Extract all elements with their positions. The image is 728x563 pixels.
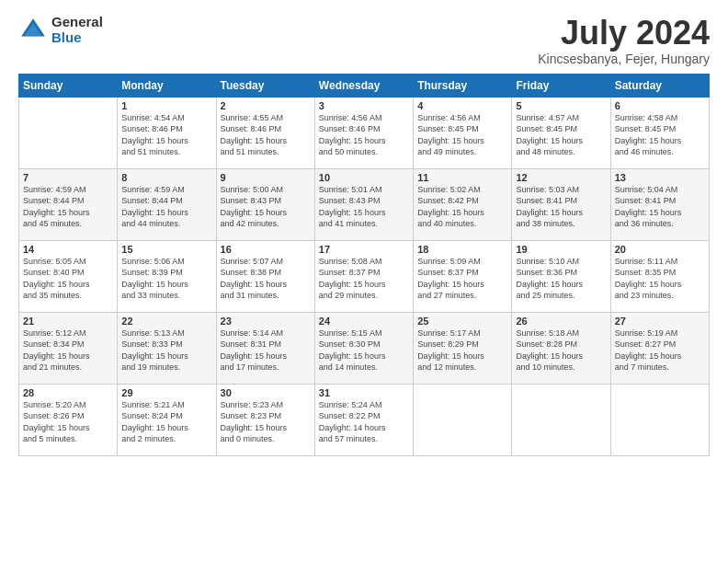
main-title: July 2024 (538, 15, 710, 52)
day-number: 16 (221, 244, 311, 255)
col-header-saturday: Saturday (610, 74, 709, 97)
day-info: Sunrise: 5:03 AM Sunset: 8:41 PM Dayligh… (516, 184, 606, 230)
day-number: 13 (615, 172, 705, 183)
calendar-cell (610, 384, 709, 455)
calendar-cell (512, 384, 610, 455)
day-info: Sunrise: 5:07 AM Sunset: 8:38 PM Dayligh… (221, 256, 311, 302)
day-info: Sunrise: 5:08 AM Sunset: 8:37 PM Dayligh… (319, 256, 409, 302)
calendar-week-row: 1Sunrise: 4:54 AM Sunset: 8:46 PM Daylig… (19, 97, 710, 168)
day-info: Sunrise: 5:12 AM Sunset: 8:34 PM Dayligh… (23, 327, 113, 373)
logo-text: General Blue (51, 15, 103, 45)
day-info: Sunrise: 5:19 AM Sunset: 8:27 PM Dayligh… (615, 327, 705, 373)
calendar-cell: 5Sunrise: 4:57 AM Sunset: 8:45 PM Daylig… (512, 97, 610, 168)
day-number: 24 (319, 316, 409, 327)
day-number: 29 (121, 387, 211, 398)
day-number: 22 (121, 316, 211, 327)
day-number: 12 (516, 172, 606, 183)
calendar-cell: 26Sunrise: 5:18 AM Sunset: 8:28 PM Dayli… (512, 312, 610, 384)
calendar-cell: 22Sunrise: 5:13 AM Sunset: 8:33 PM Dayli… (118, 312, 216, 384)
day-info: Sunrise: 5:05 AM Sunset: 8:40 PM Dayligh… (23, 256, 113, 302)
day-info: Sunrise: 5:00 AM Sunset: 8:43 PM Dayligh… (221, 184, 311, 230)
calendar-cell: 16Sunrise: 5:07 AM Sunset: 8:38 PM Dayli… (216, 240, 314, 312)
calendar-cell: 27Sunrise: 5:19 AM Sunset: 8:27 PM Dayli… (610, 312, 709, 384)
day-info: Sunrise: 5:06 AM Sunset: 8:39 PM Dayligh… (121, 256, 211, 302)
day-number: 2 (221, 100, 311, 111)
calendar-cell: 29Sunrise: 5:21 AM Sunset: 8:24 PM Dayli… (118, 384, 216, 455)
calendar-cell: 11Sunrise: 5:02 AM Sunset: 8:42 PM Dayli… (414, 168, 512, 240)
day-info: Sunrise: 4:58 AM Sunset: 8:45 PM Dayligh… (615, 112, 705, 158)
calendar-cell (19, 97, 118, 168)
calendar-cell: 28Sunrise: 5:20 AM Sunset: 8:26 PM Dayli… (19, 384, 118, 455)
day-number: 19 (516, 244, 606, 255)
col-header-monday: Monday (118, 74, 216, 97)
day-info: Sunrise: 5:02 AM Sunset: 8:42 PM Dayligh… (417, 184, 507, 230)
day-number: 6 (615, 100, 705, 111)
day-number: 25 (417, 316, 507, 327)
day-info: Sunrise: 4:56 AM Sunset: 8:46 PM Dayligh… (319, 112, 409, 158)
col-header-tuesday: Tuesday (216, 74, 314, 97)
day-number: 15 (121, 244, 211, 255)
day-number: 27 (615, 316, 705, 327)
day-number: 9 (221, 172, 311, 183)
calendar-cell: 25Sunrise: 5:17 AM Sunset: 8:29 PM Dayli… (414, 312, 512, 384)
day-info: Sunrise: 5:01 AM Sunset: 8:43 PM Dayligh… (319, 184, 409, 230)
calendar-cell: 15Sunrise: 5:06 AM Sunset: 8:39 PM Dayli… (118, 240, 216, 312)
day-number: 31 (319, 387, 409, 398)
day-number: 11 (417, 172, 507, 183)
calendar-cell: 24Sunrise: 5:15 AM Sunset: 8:30 PM Dayli… (314, 312, 413, 384)
calendar-cell: 20Sunrise: 5:11 AM Sunset: 8:35 PM Dayli… (610, 240, 709, 312)
calendar-table: SundayMondayTuesdayWednesdayThursdayFrid… (18, 74, 710, 456)
day-number: 23 (221, 316, 311, 327)
day-number: 18 (417, 244, 507, 255)
logo-blue: Blue (51, 30, 103, 46)
day-info: Sunrise: 5:15 AM Sunset: 8:30 PM Dayligh… (319, 327, 409, 373)
day-info: Sunrise: 4:56 AM Sunset: 8:45 PM Dayligh… (417, 112, 507, 158)
header: General Blue July 2024 Kincsesbanya, Fej… (18, 15, 710, 66)
calendar-cell: 4Sunrise: 4:56 AM Sunset: 8:45 PM Daylig… (414, 97, 512, 168)
calendar-cell: 21Sunrise: 5:12 AM Sunset: 8:34 PM Dayli… (19, 312, 118, 384)
day-info: Sunrise: 5:13 AM Sunset: 8:33 PM Dayligh… (121, 327, 211, 373)
calendar-cell: 30Sunrise: 5:23 AM Sunset: 8:23 PM Dayli… (216, 384, 314, 455)
day-info: Sunrise: 5:18 AM Sunset: 8:28 PM Dayligh… (516, 327, 606, 373)
calendar-cell (414, 384, 512, 455)
calendar-cell: 7Sunrise: 4:59 AM Sunset: 8:44 PM Daylig… (19, 168, 118, 240)
day-info: Sunrise: 5:11 AM Sunset: 8:35 PM Dayligh… (615, 256, 705, 302)
title-section: July 2024 Kincsesbanya, Fejer, Hungary (538, 15, 710, 66)
day-number: 1 (121, 100, 211, 111)
page: General Blue July 2024 Kincsesbanya, Fej… (0, 0, 728, 563)
day-number: 7 (23, 172, 113, 183)
calendar-cell: 10Sunrise: 5:01 AM Sunset: 8:43 PM Dayli… (314, 168, 413, 240)
day-info: Sunrise: 4:59 AM Sunset: 8:44 PM Dayligh… (121, 184, 211, 230)
day-number: 20 (615, 244, 705, 255)
day-number: 4 (417, 100, 507, 111)
subtitle: Kincsesbanya, Fejer, Hungary (538, 52, 710, 66)
calendar-cell: 9Sunrise: 5:00 AM Sunset: 8:43 PM Daylig… (216, 168, 314, 240)
calendar-cell: 1Sunrise: 4:54 AM Sunset: 8:46 PM Daylig… (118, 97, 216, 168)
col-header-wednesday: Wednesday (314, 74, 413, 97)
calendar-cell: 3Sunrise: 4:56 AM Sunset: 8:46 PM Daylig… (314, 97, 413, 168)
calendar-header-row: SundayMondayTuesdayWednesdayThursdayFrid… (19, 74, 710, 97)
day-info: Sunrise: 5:21 AM Sunset: 8:24 PM Dayligh… (121, 399, 211, 445)
day-info: Sunrise: 5:17 AM Sunset: 8:29 PM Dayligh… (417, 327, 507, 373)
calendar-week-row: 21Sunrise: 5:12 AM Sunset: 8:34 PM Dayli… (19, 312, 710, 384)
day-number: 17 (319, 244, 409, 255)
col-header-friday: Friday (512, 74, 610, 97)
day-number: 26 (516, 316, 606, 327)
day-number: 10 (319, 172, 409, 183)
day-number: 8 (121, 172, 211, 183)
day-info: Sunrise: 5:14 AM Sunset: 8:31 PM Dayligh… (221, 327, 311, 373)
col-header-sunday: Sunday (19, 74, 118, 97)
calendar-week-row: 28Sunrise: 5:20 AM Sunset: 8:26 PM Dayli… (19, 384, 710, 455)
day-number: 3 (319, 100, 409, 111)
day-info: Sunrise: 5:24 AM Sunset: 8:22 PM Dayligh… (319, 399, 409, 445)
day-number: 30 (221, 387, 311, 398)
day-info: Sunrise: 4:55 AM Sunset: 8:46 PM Dayligh… (221, 112, 311, 158)
calendar-cell: 23Sunrise: 5:14 AM Sunset: 8:31 PM Dayli… (216, 312, 314, 384)
day-number: 14 (23, 244, 113, 255)
calendar-week-row: 14Sunrise: 5:05 AM Sunset: 8:40 PM Dayli… (19, 240, 710, 312)
day-info: Sunrise: 4:59 AM Sunset: 8:44 PM Dayligh… (23, 184, 113, 230)
day-number: 28 (23, 387, 113, 398)
day-info: Sunrise: 5:04 AM Sunset: 8:41 PM Dayligh… (615, 184, 705, 230)
logo-icon (18, 16, 48, 45)
day-info: Sunrise: 5:10 AM Sunset: 8:36 PM Dayligh… (516, 256, 606, 302)
